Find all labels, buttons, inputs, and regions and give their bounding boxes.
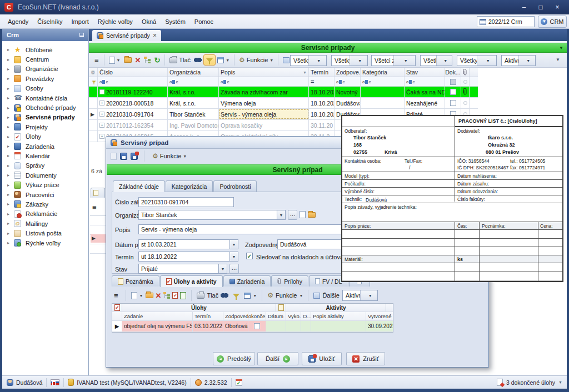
menu-system[interactable]: Systém xyxy=(161,18,190,25)
filter-select-responsible[interactable]: Všetci zod...▼ xyxy=(371,55,416,66)
close-button[interactable]: × xyxy=(549,2,566,13)
tab-close-icon[interactable]: ✕ xyxy=(153,33,157,38)
new-record-button[interactable]: ▼ xyxy=(107,54,122,66)
column-chooser-icon[interactable]: ▼ xyxy=(556,57,560,62)
subtab-ulohy-a-aktivity[interactable]: ✔Úlohy a aktivity xyxy=(160,275,223,287)
layout-icon[interactable] xyxy=(244,293,251,299)
col-termin[interactable]: Termín xyxy=(193,312,223,320)
col-more[interactable] xyxy=(470,68,477,77)
col-zodpovedny[interactable]: Zodpovedný xyxy=(223,312,248,320)
expand-icon[interactable]: + xyxy=(99,123,104,128)
chevron-down-icon[interactable]: ▼ xyxy=(559,46,563,51)
open-button[interactable] xyxy=(122,54,133,66)
expand-icon[interactable]: + xyxy=(99,112,104,117)
filter-select-3[interactable]: Všetky o...▼ xyxy=(420,55,452,66)
sidebar-item-reklamacie[interactable]: ▸Reklamácie xyxy=(2,209,88,219)
filter-select-2[interactable]: Všetky▼ xyxy=(331,55,368,66)
menu-rychle-volby[interactable]: Rýchle voľby xyxy=(93,18,137,25)
col-datum[interactable]: Dátum xyxy=(266,312,286,320)
sidebar-item-prevadzky[interactable]: ▸Prevádzky xyxy=(2,74,88,83)
chevron-down-icon[interactable]: ▼ xyxy=(230,252,238,262)
table-row[interactable]: +20200218-000518 Král, s.r.o. Výmena ole… xyxy=(89,98,478,109)
chevron-down-icon[interactable]: ▼ xyxy=(558,380,562,384)
subtab-poznamka[interactable]: Poznámka xyxy=(112,275,159,287)
col-organizacia[interactable]: Organizácia xyxy=(168,68,219,77)
sidebar-item-servisne-pripady[interactable]: ▸Servisné prípady xyxy=(2,113,88,122)
sidebar-item-pracovnici[interactable]: ▸Pracovníci xyxy=(2,190,88,199)
task-check-icon[interactable]: ✔ xyxy=(172,292,178,299)
col-vykonane[interactable]: Vyko... xyxy=(286,312,301,320)
period-input[interactable]: 2022/12 Crm xyxy=(477,16,535,27)
cislo-zakazky-field[interactable]: 20210310-091704 xyxy=(138,197,234,207)
previous-button[interactable]: ◄Predošlý xyxy=(213,352,255,365)
open-folder-icon[interactable] xyxy=(146,293,153,298)
sidebar-item-zakazky[interactable]: ▸Zákazky xyxy=(2,199,88,209)
stav-field[interactable]: Prijaté xyxy=(138,264,219,274)
expand-icon[interactable]: + xyxy=(99,134,104,139)
functions-menu[interactable]: ⚙Funkcie▼ xyxy=(237,54,275,66)
sidebar-item-zariadenia[interactable]: ▸Zariadenia xyxy=(2,142,88,151)
table-row[interactable]: 20181119-122240 Král, s.r.o. Závada na z… xyxy=(89,87,478,98)
filter-select-1[interactable]: Všetky▼ xyxy=(290,55,327,66)
sidebar-item-vykaz-prace[interactable]: ▸Výkaz práce xyxy=(2,180,88,189)
flag-icon[interactable] xyxy=(51,379,59,385)
filter-select-active[interactable]: Aktívne▼ xyxy=(501,55,536,66)
datum-prijatia-field[interactable]: st 10.03.2021 xyxy=(138,239,230,249)
save-icon[interactable] xyxy=(120,153,127,160)
filter-button[interactable] xyxy=(203,54,216,66)
activity-add-icon[interactable] xyxy=(180,292,186,299)
new-document-icon[interactable] xyxy=(300,211,306,218)
calendar-check-icon[interactable]: ✓ xyxy=(236,379,242,386)
pin-icon[interactable] xyxy=(79,33,84,37)
expand-icon[interactable] xyxy=(99,89,104,94)
expand-icon[interactable]: + xyxy=(99,100,104,105)
col-zadanie[interactable]: Zadanie xyxy=(122,312,193,320)
filter-row[interactable]: ac ac ac = ac ac ac xyxy=(89,77,478,87)
menu-import[interactable]: Import xyxy=(67,18,93,25)
col-termin[interactable]: Termín xyxy=(309,68,335,77)
save-close-icon[interactable] xyxy=(131,153,138,160)
delete-button[interactable]: ✕ xyxy=(133,54,143,66)
tab-zakladne-udaje[interactable]: Základné údaje xyxy=(113,180,165,192)
tasks-filter-select[interactable]: Aktívne▼ xyxy=(342,290,378,301)
col-vytvorene[interactable]: Vytvorené xyxy=(366,312,393,320)
subtab-zariadenia[interactable]: Zariadenia xyxy=(223,275,271,287)
more-icon[interactable] xyxy=(313,293,320,299)
chevron-down-icon[interactable]: ▼ xyxy=(219,264,227,274)
menu-icon[interactable]: ≡ xyxy=(112,292,121,300)
minimize-button[interactable]: – xyxy=(516,2,532,13)
cancel-button[interactable]: ✕Zrušiť xyxy=(346,352,385,365)
tab-kategorizacia[interactable]: Kategorizácia xyxy=(166,180,213,192)
refresh-button[interactable]: ↻ xyxy=(152,54,162,66)
sidebar-item-obchodne-pripady[interactable]: ▸Obchodné prípady xyxy=(2,103,88,112)
lookup-button[interactable]: … xyxy=(229,264,239,274)
sidebar-item-listova-posta[interactable]: ▸Listová pošta xyxy=(2,228,88,238)
sidebar-item-oblubene[interactable]: ▸★Obľúbené xyxy=(2,45,88,54)
dialog-functions-menu[interactable]: ⚙Funkcie▼ xyxy=(151,150,188,162)
task-row[interactable]: ▶ objednať olej na výmenu FS5087 03.10.2… xyxy=(112,321,393,332)
sidebar-item-kalendar[interactable]: ▸Kalendár xyxy=(2,151,88,160)
tab-servisne-pripady[interactable]: Servisné prípady ✕ xyxy=(92,30,161,41)
col-kategoria[interactable]: Kategória xyxy=(361,68,405,77)
sidebar-item-ulohy[interactable]: ▸✔Úlohy xyxy=(2,132,88,142)
search-icon[interactable] xyxy=(221,293,228,298)
col-zodpovedny[interactable]: Zodpove... xyxy=(335,68,361,77)
menu-agendy[interactable]: Agendy xyxy=(3,18,33,25)
menu-pomoc[interactable]: Pomoc xyxy=(190,18,218,25)
print-button[interactable]: Tlač xyxy=(168,54,192,66)
sidebar-item-mailingy[interactable]: ▸@Mailingy xyxy=(2,219,88,228)
save-button[interactable]: Uložiť xyxy=(302,352,342,365)
functions-icon[interactable]: ⚙ xyxy=(267,292,273,299)
col-dokoncene[interactable]: Dokonče... xyxy=(248,312,266,320)
open-folder-icon[interactable] xyxy=(308,212,316,218)
sidebar-item-dokumenty[interactable]: ▸Dokumenty xyxy=(2,170,88,180)
sidebar-item-projekty[interactable]: ▸Projekty xyxy=(2,122,88,132)
lookup-button[interactable]: … xyxy=(288,210,297,220)
tab-podrobnosti[interactable]: Podrobnosti xyxy=(213,180,257,192)
gear-icon[interactable]: ⚙ xyxy=(89,68,98,77)
filter-select-category[interactable]: Všetky kate...▼ xyxy=(457,55,497,66)
sledovat-checkbox[interactable]: ✓ xyxy=(246,253,253,259)
sidebar-item-kontaktne-cisla[interactable]: ▸☎Kontaktné čísla xyxy=(2,93,88,103)
sidebar-item-centrum[interactable]: ▸Centrum xyxy=(2,54,88,64)
subtab-prilohy[interactable]: Prílohy xyxy=(271,275,308,287)
